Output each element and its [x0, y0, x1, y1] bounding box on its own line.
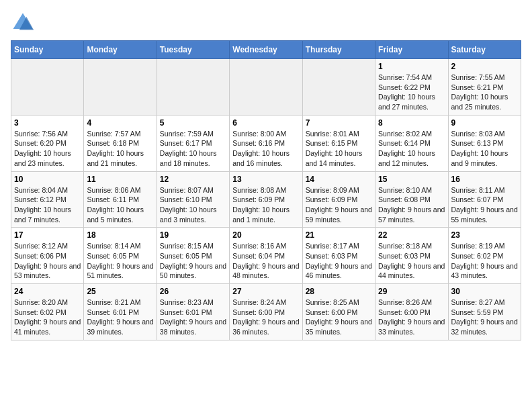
day-number: 6	[232, 118, 299, 128]
weekday-header-thursday: Thursday	[302, 41, 375, 59]
day-number: 26	[160, 287, 226, 296]
day-number: 17	[14, 230, 81, 240]
calendar-cell: 27Sunrise: 8:24 AM Sunset: 6:00 PM Dayli…	[230, 284, 302, 340]
calendar-week-5: 24Sunrise: 8:20 AM Sunset: 6:02 PM Dayli…	[11, 284, 521, 340]
calendar-cell	[230, 59, 302, 116]
page-header	[11, 11, 521, 35]
day-number: 27	[232, 287, 299, 296]
day-number: 2	[451, 62, 518, 71]
day-info: Sunrise: 8:16 AM Sunset: 6:04 PM Dayligh…	[232, 241, 299, 281]
calendar-cell: 5Sunrise: 7:59 AM Sunset: 6:17 PM Daylig…	[157, 115, 229, 171]
day-info: Sunrise: 8:09 AM Sunset: 6:09 PM Dayligh…	[306, 185, 372, 225]
day-number: 7	[306, 118, 372, 128]
day-number: 21	[306, 230, 372, 240]
calendar-table: SundayMondayTuesdayWednesdayThursdayFrid…	[11, 40, 521, 340]
day-number: 1	[378, 62, 445, 71]
weekday-header-tuesday: Tuesday	[157, 41, 229, 59]
calendar-week-3: 10Sunrise: 8:04 AM Sunset: 6:12 PM Dayli…	[11, 171, 521, 228]
day-number: 4	[87, 118, 153, 128]
calendar-cell: 1Sunrise: 7:54 AM Sunset: 6:22 PM Daylig…	[375, 59, 448, 116]
day-info: Sunrise: 8:19 AM Sunset: 6:02 PM Dayligh…	[451, 241, 518, 281]
day-info: Sunrise: 8:23 AM Sunset: 6:01 PM Dayligh…	[160, 298, 226, 337]
day-info: Sunrise: 8:01 AM Sunset: 6:15 PM Dayligh…	[306, 129, 372, 169]
calendar-cell: 6Sunrise: 8:00 AM Sunset: 6:16 PM Daylig…	[230, 115, 302, 171]
day-info: Sunrise: 8:00 AM Sunset: 6:16 PM Dayligh…	[232, 129, 299, 169]
day-info: Sunrise: 8:12 AM Sunset: 6:06 PM Dayligh…	[14, 241, 81, 281]
calendar-cell: 29Sunrise: 8:26 AM Sunset: 6:00 PM Dayli…	[375, 284, 448, 340]
calendar-cell: 8Sunrise: 8:02 AM Sunset: 6:14 PM Daylig…	[375, 115, 448, 171]
logo-icon	[11, 11, 35, 35]
calendar-cell: 2Sunrise: 7:55 AM Sunset: 6:21 PM Daylig…	[448, 59, 521, 116]
calendar-cell: 23Sunrise: 8:19 AM Sunset: 6:02 PM Dayli…	[448, 228, 521, 284]
calendar-cell	[302, 59, 375, 116]
day-number: 8	[378, 118, 445, 128]
day-info: Sunrise: 8:27 AM Sunset: 5:59 PM Dayligh…	[451, 298, 518, 337]
calendar-cell: 28Sunrise: 8:25 AM Sunset: 6:00 PM Dayli…	[302, 284, 375, 340]
calendar-cell: 26Sunrise: 8:23 AM Sunset: 6:01 PM Dayli…	[157, 284, 229, 340]
day-info: Sunrise: 8:14 AM Sunset: 6:05 PM Dayligh…	[87, 241, 153, 281]
calendar-week-2: 3Sunrise: 7:56 AM Sunset: 6:20 PM Daylig…	[11, 115, 521, 171]
weekday-header-monday: Monday	[84, 41, 157, 59]
day-info: Sunrise: 8:02 AM Sunset: 6:14 PM Dayligh…	[378, 129, 445, 169]
calendar-week-4: 17Sunrise: 8:12 AM Sunset: 6:06 PM Dayli…	[11, 228, 521, 284]
calendar-cell	[11, 59, 84, 116]
calendar-cell: 12Sunrise: 8:07 AM Sunset: 6:10 PM Dayli…	[157, 171, 229, 228]
day-info: Sunrise: 8:04 AM Sunset: 6:12 PM Dayligh…	[14, 185, 81, 225]
calendar-cell: 22Sunrise: 8:18 AM Sunset: 6:03 PM Dayli…	[375, 228, 448, 284]
calendar-cell: 17Sunrise: 8:12 AM Sunset: 6:06 PM Dayli…	[11, 228, 84, 284]
calendar-cell: 9Sunrise: 8:03 AM Sunset: 6:13 PM Daylig…	[448, 115, 521, 171]
day-number: 3	[14, 118, 81, 128]
weekday-header-friday: Friday	[375, 41, 448, 59]
day-info: Sunrise: 7:59 AM Sunset: 6:17 PM Dayligh…	[160, 129, 226, 169]
day-info: Sunrise: 8:18 AM Sunset: 6:03 PM Dayligh…	[378, 241, 445, 281]
day-number: 5	[160, 118, 226, 128]
day-info: Sunrise: 8:08 AM Sunset: 6:09 PM Dayligh…	[232, 185, 299, 225]
day-number: 16	[451, 175, 518, 184]
logo	[11, 11, 38, 35]
day-info: Sunrise: 7:54 AM Sunset: 6:22 PM Dayligh…	[378, 73, 445, 112]
day-info: Sunrise: 8:17 AM Sunset: 6:03 PM Dayligh…	[306, 241, 372, 281]
day-number: 28	[306, 287, 372, 296]
calendar-cell: 13Sunrise: 8:08 AM Sunset: 6:09 PM Dayli…	[230, 171, 302, 228]
calendar-cell: 3Sunrise: 7:56 AM Sunset: 6:20 PM Daylig…	[11, 115, 84, 171]
day-number: 22	[378, 230, 445, 240]
calendar-cell: 30Sunrise: 8:27 AM Sunset: 5:59 PM Dayli…	[448, 284, 521, 340]
calendar-cell: 4Sunrise: 7:57 AM Sunset: 6:18 PM Daylig…	[84, 115, 157, 171]
day-info: Sunrise: 8:26 AM Sunset: 6:00 PM Dayligh…	[378, 298, 445, 337]
calendar-cell: 16Sunrise: 8:11 AM Sunset: 6:07 PM Dayli…	[448, 171, 521, 228]
day-info: Sunrise: 8:24 AM Sunset: 6:00 PM Dayligh…	[232, 298, 299, 337]
weekday-header-sunday: Sunday	[11, 41, 84, 59]
day-info: Sunrise: 8:15 AM Sunset: 6:05 PM Dayligh…	[160, 241, 226, 281]
day-info: Sunrise: 8:21 AM Sunset: 6:01 PM Dayligh…	[87, 298, 153, 337]
day-number: 19	[160, 230, 226, 240]
weekday-header-wednesday: Wednesday	[230, 41, 302, 59]
day-number: 15	[378, 175, 445, 184]
day-number: 30	[451, 287, 518, 296]
day-number: 25	[87, 287, 153, 296]
day-info: Sunrise: 7:56 AM Sunset: 6:20 PM Dayligh…	[14, 129, 81, 169]
calendar-cell: 7Sunrise: 8:01 AM Sunset: 6:15 PM Daylig…	[302, 115, 375, 171]
calendar-header: SundayMondayTuesdayWednesdayThursdayFrid…	[11, 41, 521, 59]
day-number: 13	[232, 175, 299, 184]
day-number: 20	[232, 230, 299, 240]
calendar-body: 1Sunrise: 7:54 AM Sunset: 6:22 PM Daylig…	[11, 59, 521, 340]
calendar-week-1: 1Sunrise: 7:54 AM Sunset: 6:22 PM Daylig…	[11, 59, 521, 116]
day-info: Sunrise: 8:07 AM Sunset: 6:10 PM Dayligh…	[160, 185, 226, 225]
calendar-cell	[84, 59, 157, 116]
calendar-cell: 21Sunrise: 8:17 AM Sunset: 6:03 PM Dayli…	[302, 228, 375, 284]
day-info: Sunrise: 8:20 AM Sunset: 6:02 PM Dayligh…	[14, 298, 81, 337]
day-number: 18	[87, 230, 153, 240]
calendar-cell	[157, 59, 229, 116]
day-info: Sunrise: 7:57 AM Sunset: 6:18 PM Dayligh…	[87, 129, 153, 169]
day-number: 11	[87, 175, 153, 184]
day-number: 14	[306, 175, 372, 184]
day-number: 29	[378, 287, 445, 296]
day-info: Sunrise: 8:10 AM Sunset: 6:08 PM Dayligh…	[378, 185, 445, 225]
calendar-cell: 25Sunrise: 8:21 AM Sunset: 6:01 PM Dayli…	[84, 284, 157, 340]
weekday-header-saturday: Saturday	[448, 41, 521, 59]
day-info: Sunrise: 8:06 AM Sunset: 6:11 PM Dayligh…	[87, 185, 153, 225]
day-info: Sunrise: 7:55 AM Sunset: 6:21 PM Dayligh…	[451, 73, 518, 112]
day-info: Sunrise: 8:11 AM Sunset: 6:07 PM Dayligh…	[451, 185, 518, 225]
calendar-cell: 15Sunrise: 8:10 AM Sunset: 6:08 PM Dayli…	[375, 171, 448, 228]
day-number: 24	[14, 287, 81, 296]
